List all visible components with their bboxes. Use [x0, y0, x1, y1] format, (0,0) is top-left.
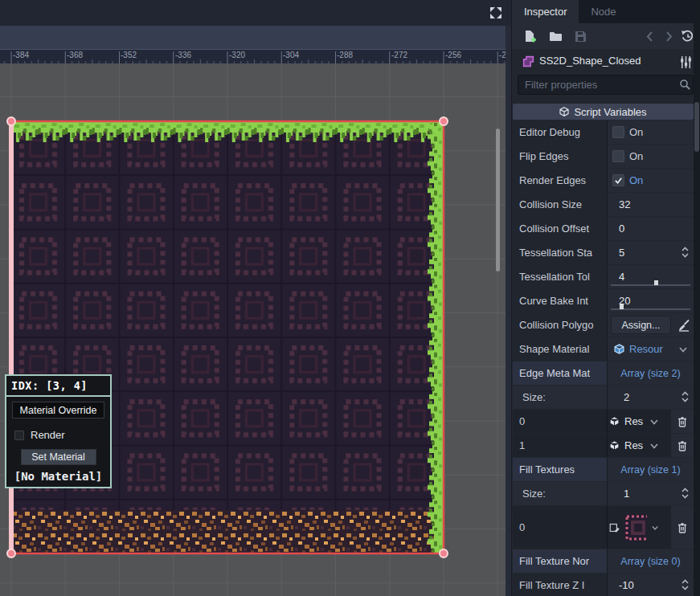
ruler-label: -288 — [337, 51, 353, 59]
property-row-shape-material: Shape Material Resour — [513, 337, 694, 361]
property-row-edge-meta-materials: Edge Meta Mat Array (size 2) — [513, 361, 694, 385]
history-forward-icon[interactable] — [661, 30, 675, 43]
shape-handle-bottom-right[interactable] — [440, 549, 448, 557]
spinner-icon[interactable] — [682, 247, 689, 258]
canvas-subbar — [0, 26, 506, 49]
property-label: Curve Bake Int — [519, 295, 588, 307]
shape-handle-top-left[interactable] — [7, 117, 15, 125]
property-row-render-edges: Render Edges On — [513, 169, 694, 192]
property-row-fill-textures: Fill Textures Array (size 1) — [513, 458, 694, 481]
size-value[interactable]: 1 — [624, 488, 629, 500]
resource-cube-icon — [609, 440, 620, 451]
flip-edges-checkbox[interactable] — [612, 150, 624, 162]
popup-idx-title: IDX: [3, 4] — [6, 376, 110, 397]
property-row-flip-edges: Flip Edges On — [513, 145, 694, 168]
delete-element-button[interactable] — [671, 434, 694, 457]
shape-resource-icon — [522, 55, 535, 68]
set-material-button[interactable]: Set Material — [21, 449, 96, 465]
property-value[interactable]: 5 — [619, 247, 624, 259]
chevron-down-icon[interactable] — [652, 525, 658, 531]
shape-handle-top-right[interactable] — [440, 117, 448, 125]
property-label: Shape Material — [519, 343, 589, 355]
resource-name-row: SS2D_Shape_Closed — [512, 49, 700, 74]
delete-element-button[interactable] — [671, 506, 694, 549]
property-value[interactable]: 32 — [619, 198, 630, 210]
property-value[interactable]: 0 — [619, 222, 624, 235]
render-label: Render — [31, 429, 65, 441]
property-row-collision-polygon: Collision Polygo Assign... — [513, 313, 694, 337]
ruler-label: -368 — [67, 51, 83, 59]
slider-grabber[interactable] — [620, 304, 624, 309]
checkbox-state-label: On — [629, 150, 643, 162]
property-row-tessellation-stages: Tessellation Sta 5 — [513, 241, 694, 264]
history-back-icon[interactable] — [644, 30, 657, 43]
array-link[interactable]: Array (size 0) — [620, 556, 680, 567]
check-icon — [614, 176, 623, 185]
array-link[interactable]: Array (size 2) — [620, 368, 680, 379]
expand-icon[interactable] — [489, 6, 503, 20]
render-checkbox[interactable] — [14, 431, 24, 440]
property-value[interactable]: -10 — [619, 579, 634, 591]
property-label: Tessellation Tol — [519, 271, 590, 283]
ruler-label: -352 — [121, 51, 137, 59]
shape-tilemap[interactable] — [11, 121, 444, 553]
slider-track[interactable] — [611, 284, 690, 286]
object-properties-icon[interactable] — [679, 55, 693, 69]
inspector-panel: Inspector Node — [511, 0, 700, 596]
slider-track[interactable] — [611, 308, 690, 310]
spinner-icon[interactable] — [682, 391, 689, 402]
viewport-canvas[interactable] — [0, 63, 506, 596]
spinner-icon[interactable] — [682, 579, 689, 590]
save-icon[interactable] — [574, 30, 587, 43]
property-row-curve-bake-interval: Curve Bake Int 20 — [513, 289, 694, 312]
viewport-vscrollbar[interactable] — [496, 129, 500, 271]
assign-node-button[interactable] — [677, 319, 690, 332]
spinner-icon[interactable] — [682, 488, 689, 499]
shape-handle-bottom-left[interactable] — [7, 549, 15, 557]
new-resource-icon[interactable] — [523, 30, 537, 43]
resource-value[interactable]: Res — [624, 415, 643, 427]
assign-button[interactable]: Assign... — [611, 316, 671, 334]
open-folder-icon[interactable] — [549, 30, 563, 43]
resource-value[interactable]: Resour — [629, 343, 663, 355]
resource-value[interactable]: Res — [624, 439, 643, 451]
filter-row — [512, 74, 700, 96]
inspector-tab-bar: Inspector Node — [512, 0, 700, 23]
history-icon[interactable] — [681, 30, 694, 43]
property-label: Tessellation Sta — [519, 247, 592, 259]
inspector-scrollbar[interactable] — [694, 0, 700, 596]
editor-debug-checkbox[interactable] — [612, 126, 624, 138]
trash-icon — [677, 416, 688, 427]
property-row-fill-texture-normals: Fill Texture Nor Array (size 0) — [513, 549, 694, 573]
property-value[interactable]: 4 — [619, 271, 624, 283]
horizontal-ruler: -384 -368 -352 -336 -320 -304 -288 -272 … — [0, 49, 506, 63]
material-override-button[interactable]: Material Override — [12, 402, 104, 418]
texture-thumbnail[interactable] — [624, 514, 647, 541]
tab-inspector[interactable]: Inspector — [512, 0, 579, 23]
chevron-down-icon[interactable] — [650, 418, 658, 425]
size-value[interactable]: 2 — [624, 391, 629, 403]
category-script-variables[interactable]: Script Variables — [513, 104, 694, 120]
property-label: Collision Offset — [519, 222, 589, 235]
edit-texture-icon[interactable] — [609, 521, 620, 534]
element-index: 1 — [519, 439, 525, 451]
delete-element-button[interactable] — [671, 410, 694, 433]
tab-node[interactable]: Node — [579, 0, 628, 23]
chevron-down-icon[interactable] — [650, 443, 658, 449]
chevron-down-icon[interactable] — [679, 346, 687, 353]
canvas-pane: -384 -368 -352 -336 -320 -304 -288 -272 … — [0, 0, 511, 596]
array-element-row-1: 1 Res — [513, 434, 694, 457]
resource-cube-icon — [614, 344, 624, 354]
array-link[interactable]: Array (size 1) — [620, 464, 680, 476]
property-label: Editor Debug — [519, 126, 580, 138]
checkbox-state-label: On — [629, 126, 643, 138]
render-edges-checkbox[interactable] — [612, 174, 624, 186]
slider-grabber[interactable] — [654, 280, 658, 285]
trash-icon — [677, 440, 688, 451]
inspector-toolbar — [512, 23, 700, 49]
filter-properties-input[interactable] — [518, 75, 694, 95]
property-label: Collision Polygo — [519, 319, 594, 331]
array-size-row: Size: 1 — [513, 482, 694, 505]
inspector-scrollbar-thumb[interactable] — [694, 102, 699, 152]
ruler-label: -272 — [391, 51, 407, 59]
